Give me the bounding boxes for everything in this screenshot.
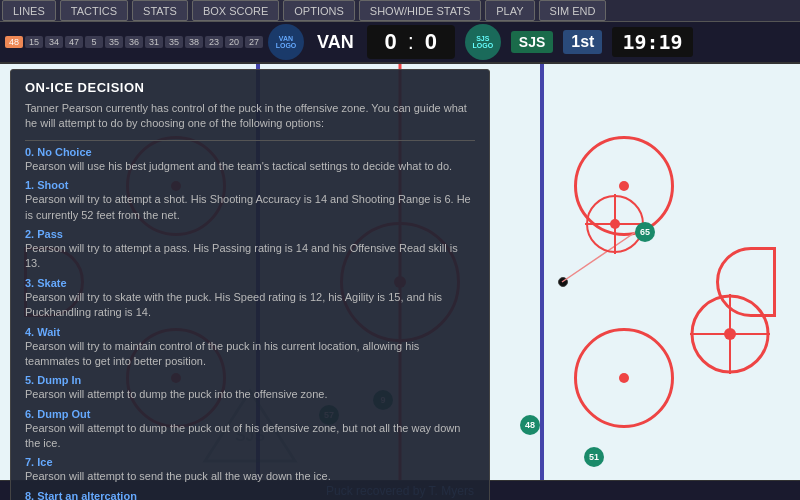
sjs-logo-img: SJSLOGO	[465, 24, 501, 60]
option-1-label[interactable]: 1. Shoot	[25, 179, 475, 191]
option-5-desc: Pearson will attempt to dump the puck in…	[25, 387, 475, 402]
blue-line-right	[540, 64, 544, 480]
nav-lines[interactable]: LINES	[2, 0, 56, 21]
period-display: 1st	[563, 30, 602, 54]
home-team-logo: SJSLOGO	[465, 24, 501, 60]
option-4-desc: Pearson will try to maintain control of …	[25, 339, 475, 370]
option-3-label[interactable]: 3. Skate	[25, 277, 475, 289]
crosshair-right	[690, 294, 770, 374]
divider-top	[25, 140, 475, 141]
pnum-10: 23	[205, 36, 223, 48]
pnum-7: 31	[145, 36, 163, 48]
van-logo-img: VANLOGO	[268, 24, 304, 60]
nav-tactics[interactable]: TACTICS	[60, 0, 128, 21]
nav-play[interactable]: PLAY	[485, 0, 534, 21]
nav-showhidestats[interactable]: SHOW/HIDE STATS	[359, 0, 481, 21]
option-6-label[interactable]: 6. Dump Out	[25, 408, 475, 420]
option-6-desc: Pearson will attempt to dump the puck ou…	[25, 421, 475, 452]
option-5-label[interactable]: 5. Dump In	[25, 374, 475, 386]
decision-intro: Tanner Pearson currently has control of …	[25, 101, 475, 132]
option-0-desc: Pearson will use his best judgment and t…	[25, 159, 475, 174]
away-score: 0	[379, 29, 403, 55]
pnum-11: 20	[225, 36, 243, 48]
svg-point-7	[724, 328, 736, 340]
option-7-desc: Pearson will attempt to send the puck al…	[25, 469, 475, 484]
player-token-65: 65	[635, 222, 655, 242]
pnum-9: 38	[185, 36, 203, 48]
option-4-label[interactable]: 4. Wait	[25, 326, 475, 338]
option-3-desc: Pearson will try to skate with the puck.…	[25, 290, 475, 321]
score-display: 0 : 0	[367, 25, 455, 59]
option-2-label[interactable]: 2. Pass	[25, 228, 475, 240]
svg-point-3	[610, 219, 620, 229]
option-1-desc: Pearson will try to attempt a shot. His …	[25, 192, 475, 223]
option-0-label[interactable]: 0. No Choice	[25, 146, 475, 158]
home-score: 0	[419, 29, 443, 55]
score-bar: 48 15 34 47 5 35 36 31 35 38 23 20 27 VA…	[0, 22, 800, 64]
pnum-8: 35	[165, 36, 183, 48]
time-display: 19:19	[612, 27, 692, 57]
rink-area: 65 9 57 48 51 SJS ON-ICE DECISION Tanner…	[0, 64, 800, 500]
crosshair-top-right	[585, 194, 645, 254]
option-2-desc: Pearson will try to attempt a pass. His …	[25, 241, 475, 272]
decision-panel: ON-ICE DECISION Tanner Pearson currently…	[10, 69, 490, 500]
player-numbers: 48 15 34 47 5 35 36 31 35 38 23 20 27	[5, 36, 263, 48]
player-token-51: 51	[584, 447, 604, 467]
nav-simend[interactable]: SIM END	[539, 0, 607, 21]
home-team-name: SJS	[511, 31, 553, 53]
player-token-48: 48	[520, 415, 540, 435]
nav-options[interactable]: OPTIONS	[283, 0, 355, 21]
nav-boxscore[interactable]: BOX SCORE	[192, 0, 279, 21]
pnum-6: 36	[125, 36, 143, 48]
faceoff-dot-br	[619, 373, 629, 383]
pnum-0: 48	[5, 36, 23, 48]
faceoff-dot-tr	[619, 181, 629, 191]
away-team-logo: VANLOGO	[268, 24, 304, 60]
option-8-label[interactable]: 8. Start an altercation	[25, 490, 475, 500]
nav-stats[interactable]: STATS	[132, 0, 188, 21]
nav-bar: LINES TACTICS STATS BOX SCORE OPTIONS SH…	[0, 0, 800, 22]
decision-title: ON-ICE DECISION	[25, 80, 475, 95]
away-team-name: VAN	[317, 32, 354, 53]
pnum-1: 15	[25, 36, 43, 48]
pnum-2: 34	[45, 36, 63, 48]
pnum-5: 35	[105, 36, 123, 48]
pnum-12: 27	[245, 36, 263, 48]
option-7-label[interactable]: 7. Ice	[25, 456, 475, 468]
puck	[558, 277, 568, 287]
pnum-3: 47	[65, 36, 83, 48]
score-separator: :	[408, 29, 414, 55]
pnum-4: 5	[85, 36, 103, 48]
